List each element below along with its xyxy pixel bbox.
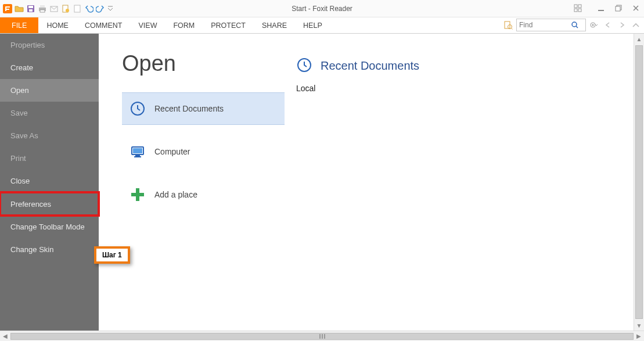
svg-rect-15 bbox=[598, 10, 604, 11]
menu-label: Close bbox=[10, 177, 30, 185]
menu-item-save[interactable]: Save bbox=[0, 102, 99, 124]
callout-label: Шаг 1 bbox=[102, 251, 122, 259]
menu-label: Change Toolbar Mode bbox=[10, 222, 85, 231]
scroll-left-arrow-icon[interactable]: ◀ bbox=[0, 331, 10, 341]
redo-icon[interactable] bbox=[95, 3, 106, 14]
svg-rect-29 bbox=[131, 193, 144, 196]
svg-rect-17 bbox=[616, 6, 620, 11]
svg-rect-3 bbox=[29, 9, 33, 12]
svg-rect-26 bbox=[135, 155, 140, 156]
clock-icon bbox=[296, 57, 314, 74]
menu-item-create[interactable]: Create bbox=[0, 56, 99, 79]
qat-dropdown-icon[interactable] bbox=[107, 3, 114, 14]
menu-item-print[interactable]: Print bbox=[0, 147, 99, 170]
svg-rect-14 bbox=[578, 9, 581, 12]
location-add-a-place[interactable]: Add a place bbox=[122, 178, 285, 211]
minimize-icon[interactable] bbox=[596, 3, 606, 13]
location-label: Add a place bbox=[154, 190, 197, 199]
foxit-logo-icon bbox=[2, 3, 13, 14]
find-file-icon[interactable] bbox=[502, 19, 514, 31]
menu-item-properties[interactable]: Properties bbox=[0, 34, 99, 56]
tab-label: FORM bbox=[173, 21, 195, 30]
search-go-icon[interactable] bbox=[569, 19, 581, 31]
window-controls bbox=[573, 3, 641, 13]
monitor-icon bbox=[129, 143, 146, 160]
location-label: Computer bbox=[154, 147, 190, 156]
tab-file[interactable]: FILE bbox=[0, 17, 38, 33]
clock-icon bbox=[129, 100, 146, 117]
menu-label: Save bbox=[10, 109, 28, 117]
svg-rect-2 bbox=[28, 6, 33, 8]
recent-documents-panel: Recent Documents Local bbox=[296, 34, 634, 331]
ribbon-tabs: FILE HOME COMMENT VIEW FORM PROTECT SHAR… bbox=[0, 17, 644, 34]
menu-label: Preferences bbox=[10, 200, 51, 209]
recent-documents-heading: Recent Documents bbox=[296, 57, 634, 74]
ribbon-collapse-icon[interactable] bbox=[573, 3, 582, 13]
tab-label: HOME bbox=[46, 21, 69, 30]
nav-next-icon[interactable] bbox=[616, 19, 628, 31]
menu-item-change-skin[interactable]: Change Skin bbox=[0, 238, 99, 261]
undo-icon[interactable] bbox=[84, 3, 94, 14]
nav-prev-icon[interactable] bbox=[602, 19, 614, 31]
location-computer[interactable]: Computer bbox=[122, 135, 285, 168]
menu-item-open[interactable]: Open bbox=[0, 79, 99, 102]
scroll-right-arrow-icon[interactable]: ▶ bbox=[634, 331, 644, 341]
tab-view[interactable]: VIEW bbox=[130, 17, 165, 33]
backstage-view: Properties Create Open Save Save As Prin… bbox=[0, 34, 644, 331]
step-callout: Шаг 1 bbox=[94, 246, 130, 264]
tab-label: COMMENT bbox=[85, 21, 123, 30]
new-file-icon[interactable] bbox=[60, 3, 71, 14]
tab-form[interactable]: FORM bbox=[165, 17, 203, 33]
scroll-handle-icon bbox=[317, 333, 328, 339]
email-icon[interactable] bbox=[49, 3, 59, 14]
menu-label: Print bbox=[10, 154, 26, 163]
location-label: Recent Documents bbox=[154, 104, 224, 113]
svg-point-20 bbox=[572, 22, 577, 27]
menu-item-preferences[interactable]: Preferences bbox=[0, 192, 99, 216]
svg-rect-13 bbox=[574, 9, 577, 12]
plus-icon bbox=[129, 186, 146, 203]
blank-page-icon[interactable] bbox=[72, 3, 82, 14]
location-recent-documents[interactable]: Recent Documents bbox=[122, 92, 285, 125]
scroll-down-arrow-icon[interactable]: ▼ bbox=[634, 320, 644, 331]
save-icon[interactable] bbox=[26, 3, 36, 14]
tab-label: FILE bbox=[12, 21, 27, 30]
print-icon[interactable] bbox=[37, 3, 48, 14]
scroll-thumb[interactable] bbox=[635, 45, 643, 319]
tab-label: VIEW bbox=[138, 21, 157, 30]
tab-label: HELP bbox=[303, 21, 322, 30]
svg-rect-10 bbox=[74, 5, 80, 12]
heading-text: Recent Documents bbox=[321, 59, 419, 73]
menu-label: Properties bbox=[10, 41, 45, 49]
tab-protect[interactable]: PROTECT bbox=[203, 17, 254, 33]
horizontal-scrollbar[interactable]: ◀ ▶ bbox=[0, 331, 644, 341]
svg-rect-27 bbox=[134, 156, 141, 157]
menu-label: Open bbox=[10, 86, 29, 95]
quick-access-toolbar bbox=[0, 3, 114, 14]
menu-label: Save As bbox=[10, 131, 38, 140]
restore-icon[interactable] bbox=[614, 3, 623, 13]
open-panel: Open Recent Documents Computer bbox=[99, 34, 634, 331]
title-bar: Start - Foxit Reader bbox=[0, 0, 644, 17]
menu-item-close[interactable]: Close bbox=[0, 170, 99, 192]
find-input[interactable] bbox=[517, 21, 569, 29]
tab-home[interactable]: HOME bbox=[38, 17, 77, 33]
close-icon[interactable] bbox=[631, 3, 641, 13]
tab-share[interactable]: SHARE bbox=[254, 17, 295, 33]
scroll-up-arrow-icon[interactable]: ▲ bbox=[634, 34, 644, 44]
find-box[interactable] bbox=[516, 19, 586, 31]
file-menu: Properties Create Open Save Save As Prin… bbox=[0, 34, 99, 331]
gear-dropdown-icon[interactable] bbox=[588, 19, 600, 31]
scroll-track[interactable] bbox=[10, 331, 634, 341]
tab-help[interactable]: HELP bbox=[295, 17, 330, 33]
menu-label: Change Skin bbox=[10, 245, 53, 254]
nav-up-icon[interactable] bbox=[630, 19, 642, 31]
ribbon-right-controls bbox=[502, 19, 642, 31]
vertical-scrollbar[interactable]: ▲ ▼ bbox=[634, 34, 644, 331]
open-icon[interactable] bbox=[14, 3, 24, 14]
menu-item-change-toolbar-mode[interactable]: Change Toolbar Mode bbox=[0, 216, 99, 238]
tab-comment[interactable]: COMMENT bbox=[77, 17, 131, 33]
menu-label: Create bbox=[10, 63, 33, 72]
menu-item-save-as[interactable]: Save As bbox=[0, 124, 99, 147]
tab-label: SHARE bbox=[262, 21, 287, 30]
